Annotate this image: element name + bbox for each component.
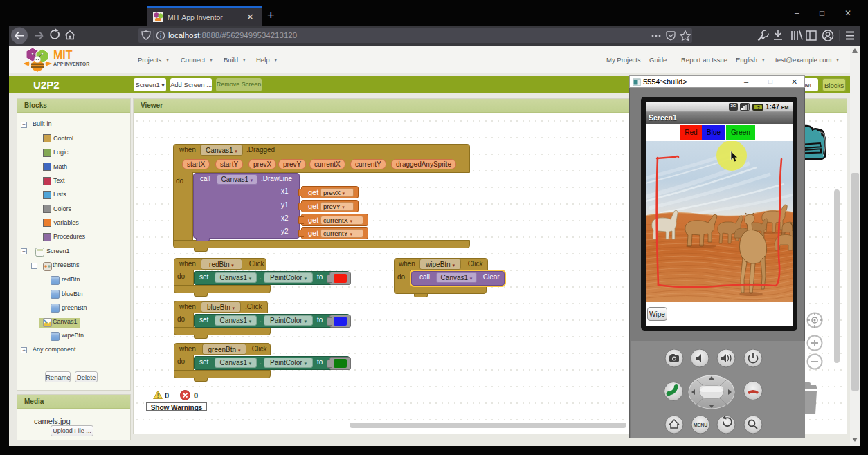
svg-text:MENU: MENU [694, 423, 708, 427]
svg-text:3G: 3G [730, 104, 736, 108]
svg-text:!: ! [157, 392, 159, 399]
svg-text:MIT: MIT [53, 49, 73, 61]
svg-text:i: i [160, 32, 161, 39]
svg-text:APP INVENTOR: APP INVENTOR [53, 62, 89, 66]
